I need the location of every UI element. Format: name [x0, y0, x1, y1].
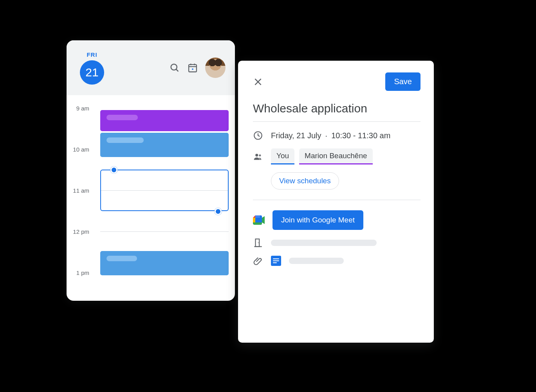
event-datetime-row[interactable]: Friday, 21 July10:30 - 11:30 am [253, 130, 420, 141]
svg-point-11 [259, 154, 261, 156]
hour-label: 11 am [67, 187, 94, 194]
svg-rect-15 [255, 222, 260, 225]
gridline [100, 231, 229, 232]
calendar-timeline[interactable]: 9 am 10 am 11 am 12 pm 1 pm [67, 95, 235, 301]
svg-rect-16 [256, 239, 260, 247]
calendar-header: FRI 21 [67, 40, 235, 95]
attendee-chip-other[interactable]: Marion Beauchêne [299, 148, 373, 164]
day-number: 21 [80, 60, 104, 85]
attendees-row: You Marion Beauchêne [253, 148, 420, 164]
svg-line-1 [176, 69, 179, 72]
attachment-row[interactable] [253, 256, 420, 266]
save-button[interactable]: Save [385, 72, 420, 91]
event-date: Friday, 21 July [271, 131, 321, 140]
hour-label: 10 am [67, 146, 94, 153]
view-schedules-button[interactable]: View schedules [271, 172, 339, 190]
calendar-event[interactable] [100, 251, 229, 275]
location-placeholder [271, 240, 377, 246]
attachment-icon [253, 256, 263, 266]
svg-rect-2 [189, 65, 197, 72]
gridline [101, 190, 228, 191]
today-icon[interactable] [187, 62, 198, 73]
day-indicator[interactable]: FRI 21 [80, 51, 104, 85]
docs-icon[interactable] [271, 256, 281, 266]
selection-handle-start[interactable] [110, 166, 117, 173]
event-title-placeholder [106, 137, 144, 143]
location-row[interactable] [253, 238, 420, 248]
event-title[interactable]: Wholesale application [253, 102, 420, 115]
calendar-event[interactable] [100, 133, 229, 157]
hour-label: 1 pm [67, 269, 94, 276]
clock-icon [253, 130, 263, 141]
event-datetime-text: Friday, 21 July10:30 - 11:30 am [271, 131, 390, 140]
meet-row: Join with Google Meet [253, 210, 420, 230]
divider [253, 121, 420, 122]
event-detail-card: Save Wholesale application Friday, 21 Ju… [238, 61, 434, 343]
selection-handle-end[interactable] [215, 208, 222, 215]
room-icon [253, 238, 263, 248]
google-meet-icon [253, 215, 265, 225]
join-meet-button[interactable]: Join with Google Meet [273, 210, 363, 230]
svg-point-0 [171, 64, 177, 70]
svg-point-6 [192, 69, 193, 70]
avatar[interactable] [205, 58, 226, 78]
divider [253, 200, 420, 200]
hour-label: 12 pm [67, 228, 94, 235]
close-icon[interactable] [253, 77, 263, 87]
svg-point-10 [255, 154, 258, 156]
calendar-card: FRI 21 9 am 10 am 11 am 12 pm 1 pm [67, 40, 235, 301]
svg-point-18 [258, 242, 259, 243]
event-time: 10:30 - 11:30 am [331, 131, 390, 140]
svg-rect-12 [253, 218, 255, 222]
hour-label: 9 am [67, 105, 94, 112]
svg-rect-13 [255, 215, 260, 218]
event-title-placeholder [106, 115, 138, 120]
svg-rect-14 [255, 218, 262, 222]
event-title-placeholder [106, 256, 137, 261]
calendar-event[interactable] [100, 110, 229, 131]
attachment-placeholder [289, 258, 344, 264]
attendee-chip-you[interactable]: You [271, 148, 294, 164]
search-icon[interactable] [169, 62, 180, 73]
day-name: FRI [87, 51, 97, 58]
people-icon [253, 152, 263, 162]
